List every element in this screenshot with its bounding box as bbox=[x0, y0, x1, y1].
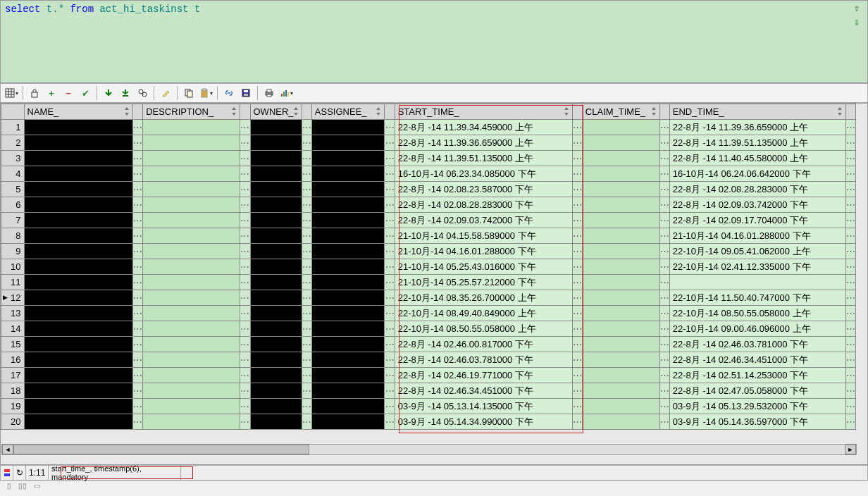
row-number[interactable]: 3 bbox=[1, 151, 25, 166]
cell-expand-icon[interactable]: ⋯ bbox=[302, 399, 311, 414]
cell-expand-icon[interactable]: ⋯ bbox=[659, 259, 669, 275]
cell-expand-icon[interactable]: ⋯ bbox=[572, 244, 582, 259]
horizontal-scrollbar[interactable]: ◄ ► bbox=[1, 444, 857, 455]
cell-expand-icon[interactable]: ⋯ bbox=[659, 275, 669, 290]
cell-expand-icon[interactable]: ⋯ bbox=[845, 182, 855, 197]
link-button[interactable] bbox=[221, 85, 237, 101]
col-assignee[interactable]: ASSIGNEE_ bbox=[311, 104, 385, 120]
cell-expand-icon[interactable]: ⋯ bbox=[572, 337, 582, 352]
row-number[interactable]: 14 bbox=[1, 321, 25, 337]
scroll-down-icon[interactable]: ⇩ bbox=[852, 18, 862, 27]
cell[interactable] bbox=[250, 399, 302, 414]
cell[interactable] bbox=[311, 352, 385, 368]
cell-expand-icon[interactable]: ⋯ bbox=[385, 337, 395, 352]
cell[interactable] bbox=[250, 368, 302, 383]
edit-button[interactable] bbox=[158, 85, 173, 101]
cell-expand-icon[interactable]: ⋯ bbox=[132, 290, 142, 306]
cell[interactable]: 22-8月 -14 02.46.34.451000 下午 bbox=[669, 352, 845, 368]
cell[interactable] bbox=[311, 306, 385, 321]
cell-expand-icon[interactable]: ⋯ bbox=[572, 197, 582, 213]
cell-expand-icon[interactable]: ⋯ bbox=[385, 352, 395, 368]
col-claim-time[interactable]: CLAIM_TIME_ bbox=[582, 104, 659, 120]
row-number[interactable]: 10 bbox=[1, 259, 25, 275]
cell[interactable] bbox=[582, 228, 659, 244]
cell-expand-icon[interactable]: ⋯ bbox=[845, 383, 855, 399]
cell-expand-icon[interactable]: ⋯ bbox=[385, 290, 395, 306]
cell[interactable]: 22-8月 -14 02.46.00.817000 下午 bbox=[395, 337, 572, 352]
cell[interactable] bbox=[250, 414, 302, 430]
cell[interactable] bbox=[143, 414, 240, 430]
cell-expand-icon[interactable]: ⋯ bbox=[302, 414, 311, 430]
cell-expand-icon[interactable]: ⋯ bbox=[659, 337, 669, 352]
col-end-time[interactable]: END_TIME_ bbox=[669, 104, 845, 120]
cell-expand-icon[interactable]: ⋯ bbox=[659, 244, 669, 259]
sort-icon[interactable] bbox=[563, 107, 570, 116]
cell-expand-icon[interactable]: ⋯ bbox=[132, 182, 142, 197]
cell[interactable] bbox=[250, 213, 302, 228]
cell-expand-icon[interactable]: ⋯ bbox=[659, 151, 669, 166]
cell-expand-icon[interactable]: ⋯ bbox=[132, 151, 142, 166]
cell[interactable]: 22-8月 -14 11.39.36.659000 上午 bbox=[395, 135, 572, 151]
cell-expand-icon[interactable]: ⋯ bbox=[132, 275, 142, 290]
cell[interactable]: 22-10月-14 02.41.12.335000 下午 bbox=[669, 259, 845, 275]
cell[interactable] bbox=[24, 352, 132, 368]
cell-expand-icon[interactable]: ⋯ bbox=[845, 244, 855, 259]
cell-expand-icon[interactable]: ⋯ bbox=[572, 259, 582, 275]
cell-expand-icon[interactable]: ⋯ bbox=[572, 321, 582, 337]
cell[interactable] bbox=[582, 321, 659, 337]
cell[interactable] bbox=[311, 244, 385, 259]
cell-expand-icon[interactable]: ⋯ bbox=[302, 182, 311, 197]
cell-expand-icon[interactable]: ⋯ bbox=[572, 182, 582, 197]
cell-expand-icon[interactable]: ⋯ bbox=[240, 151, 250, 166]
cell-expand-icon[interactable]: ⋯ bbox=[302, 120, 311, 135]
cell-expand-icon[interactable]: ⋯ bbox=[659, 213, 669, 228]
cell[interactable] bbox=[250, 352, 302, 368]
cell[interactable] bbox=[24, 321, 132, 337]
cell[interactable] bbox=[311, 197, 385, 213]
cell[interactable] bbox=[24, 290, 132, 306]
cell[interactable]: 22-8月 -14 02.09.17.704000 下午 bbox=[669, 213, 845, 228]
delete-row-button[interactable]: − bbox=[61, 85, 76, 101]
cell[interactable] bbox=[24, 151, 132, 166]
cell[interactable]: 21-10月-14 05.25.43.016000 下午 bbox=[395, 259, 572, 275]
cell[interactable] bbox=[582, 120, 659, 135]
cell-expand-icon[interactable]: ⋯ bbox=[845, 290, 855, 306]
row-number[interactable]: 6 bbox=[1, 197, 25, 213]
cell[interactable] bbox=[311, 414, 385, 430]
cell[interactable] bbox=[582, 368, 659, 383]
cell-expand-icon[interactable]: ⋯ bbox=[845, 399, 855, 414]
col-claim-time-ext[interactable] bbox=[659, 104, 669, 120]
cell[interactable] bbox=[311, 120, 385, 135]
col-name-ext[interactable] bbox=[132, 104, 142, 120]
cell-expand-icon[interactable]: ⋯ bbox=[659, 321, 669, 337]
cell-expand-icon[interactable]: ⋯ bbox=[240, 399, 250, 414]
cell-expand-icon[interactable]: ⋯ bbox=[302, 275, 311, 290]
cell-expand-icon[interactable]: ⋯ bbox=[132, 228, 142, 244]
cell-expand-icon[interactable]: ⋯ bbox=[132, 306, 142, 321]
cell[interactable]: 22-8月 -14 02.47.05.058000 下午 bbox=[669, 383, 845, 399]
cell[interactable]: 22-8月 -14 02.46.03.781000 下午 bbox=[395, 352, 572, 368]
cell[interactable]: 22-8月 -14 02.46.19.771000 下午 bbox=[395, 368, 572, 383]
cell[interactable]: 22-8月 -14 02.46.03.781000 下午 bbox=[669, 337, 845, 352]
cell-expand-icon[interactable]: ⋯ bbox=[240, 197, 250, 213]
cell[interactable] bbox=[24, 414, 132, 430]
cell[interactable] bbox=[582, 151, 659, 166]
cell-expand-icon[interactable]: ⋯ bbox=[845, 321, 855, 337]
cell-expand-icon[interactable]: ⋯ bbox=[132, 337, 142, 352]
scroll-right-icon[interactable]: ► bbox=[845, 445, 856, 454]
cell-expand-icon[interactable]: ⋯ bbox=[240, 352, 250, 368]
cell-expand-icon[interactable]: ⋯ bbox=[572, 275, 582, 290]
cell-expand-icon[interactable]: ⋯ bbox=[132, 399, 142, 414]
cell-expand-icon[interactable]: ⋯ bbox=[302, 166, 311, 182]
cell[interactable] bbox=[24, 197, 132, 213]
cell-expand-icon[interactable]: ⋯ bbox=[132, 352, 142, 368]
cell[interactable] bbox=[24, 259, 132, 275]
cell[interactable] bbox=[24, 383, 132, 399]
cell[interactable] bbox=[143, 244, 240, 259]
cell-expand-icon[interactable]: ⋯ bbox=[302, 151, 311, 166]
cell[interactable] bbox=[24, 228, 132, 244]
sort-icon[interactable] bbox=[292, 107, 299, 116]
scroll-up-icon[interactable]: ⇧ bbox=[852, 4, 862, 13]
cell[interactable] bbox=[582, 290, 659, 306]
cell[interactable] bbox=[24, 244, 132, 259]
